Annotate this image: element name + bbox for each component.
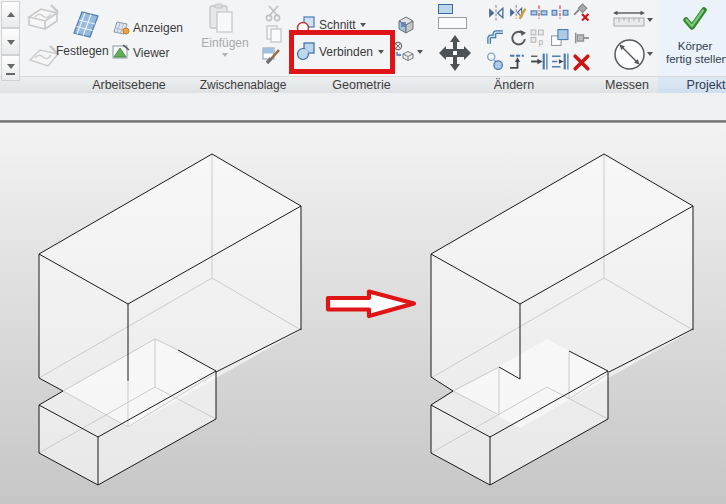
multi-align-icon[interactable] (551, 52, 570, 71)
dropdown-caret[interactable] (360, 23, 366, 27)
gallery-scroll-up-button[interactable] (1, 1, 20, 28)
dropdown-caret (222, 53, 228, 57)
svg-text:p: p (538, 37, 543, 47)
scale-icon[interactable] (550, 28, 569, 47)
delete-icon[interactable] (572, 53, 591, 72)
dropdown-caret[interactable] (417, 50, 423, 54)
gallery-expand-button[interactable] (1, 55, 20, 81)
array-icon: p (530, 29, 548, 47)
solid-cube-icon[interactable] (395, 14, 417, 36)
canvas-top-border (0, 120, 726, 123)
drawing-canvas[interactable] (0, 123, 726, 504)
rotate-icon[interactable] (509, 29, 527, 47)
panel-label-aendern: Ändern (432, 76, 596, 93)
panel-label-messen: Messen (596, 76, 658, 93)
gallery-scroll-down-button[interactable] (1, 28, 20, 55)
finish-label-line1: Körper (660, 40, 726, 52)
measure-diameter-icon (613, 38, 646, 71)
move-icon[interactable] (438, 34, 472, 72)
finish-check-icon (682, 6, 708, 32)
copy-circles-icon[interactable] (486, 52, 505, 71)
copy-icon (265, 25, 284, 43)
finish-label-line2: fertig stellen (655, 53, 726, 65)
void-cube-icon[interactable] (393, 41, 415, 62)
split-icon[interactable] (530, 5, 548, 21)
workplane-show-icon (112, 20, 130, 35)
festlegen-label: Festlegen (56, 44, 108, 58)
align-icon[interactable] (437, 3, 469, 30)
panel-label-zwischenablage: Zwischenablage (195, 76, 291, 93)
einfuegen-label: Einfügen (196, 36, 254, 50)
pin-icon[interactable] (572, 29, 590, 47)
workplane-viewer-icon (112, 44, 130, 60)
gallery-scroll-down-icon (7, 40, 15, 45)
mirror-axis-icon[interactable] (487, 4, 505, 22)
cut-scissors-icon (264, 4, 284, 22)
split-gap-icon[interactable] (551, 5, 569, 21)
sketch-box-icon (25, 3, 61, 37)
measure-length-icon (612, 8, 646, 28)
revit-window: { "ribbon": { "panels": { "inplace": {"l… (0, 0, 726, 504)
align-right-icon[interactable] (530, 52, 549, 71)
gallery-expand-icon (7, 64, 15, 69)
offset-icon[interactable] (487, 29, 505, 47)
mirror-draw-icon[interactable] (509, 4, 527, 22)
viewer-label: Viewer (133, 46, 169, 60)
gallery-scroll-up-icon (7, 12, 15, 17)
unpin-icon[interactable] (572, 3, 590, 21)
workplane-grid-icon (70, 7, 102, 39)
align-up-icon[interactable] (508, 52, 527, 71)
panel-label-geometrie: Geometrie (291, 76, 432, 93)
highlight-rectangle-annotation (289, 30, 395, 74)
panel-footer (22, 76, 63, 93)
match-brush-icon[interactable] (262, 45, 286, 65)
anzeigen-label: Anzeigen (133, 21, 183, 35)
panel-label-arbeitsebene: Arbeitsebene (63, 76, 195, 93)
paste-clipboard-icon (206, 3, 236, 36)
dropdown-caret[interactable] (647, 18, 653, 22)
dropdown-caret[interactable] (647, 52, 653, 56)
panel-label-projekt: Projekt (658, 76, 726, 93)
ribbon-bottom-strip (0, 93, 726, 120)
